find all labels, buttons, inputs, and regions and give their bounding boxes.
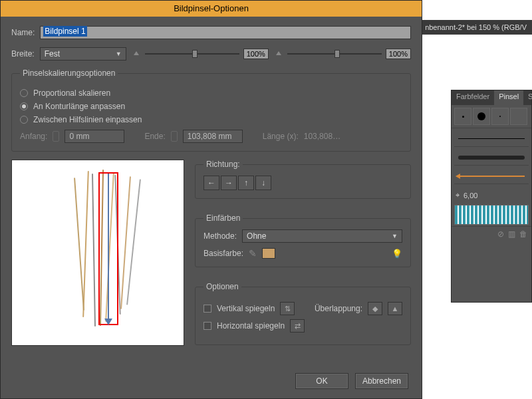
flip-v-checkbox[interactable] <box>203 305 211 313</box>
brush-preset[interactable] <box>491 108 509 125</box>
name-label: Name: <box>11 28 35 37</box>
width-slider-a[interactable] <box>145 53 239 55</box>
keycolor-swatch[interactable] <box>262 248 275 259</box>
brush-stroke-item[interactable] <box>454 131 529 147</box>
brush-preset[interactable] <box>454 108 471 125</box>
tool-icon: ⌖ <box>456 191 460 200</box>
brush-stroke-item[interactable] <box>454 168 529 184</box>
end-label: Ende: <box>144 132 165 141</box>
scaling-legend: Pinselskalierungsoptionen <box>20 68 118 78</box>
width-pct-a[interactable]: 100% <box>243 49 269 59</box>
trash-icon[interactable]: 🗑 <box>519 229 527 239</box>
overlap-label: Überlappung: <box>315 304 362 313</box>
start-label: Anfang: <box>20 132 47 141</box>
remove-icon[interactable]: ⊘ <box>497 229 504 239</box>
method-dropdown[interactable]: Ohne▼ <box>242 229 402 243</box>
radio-proportional[interactable]: Proportional skalieren <box>20 88 402 98</box>
flip-icon <box>274 49 283 59</box>
brush-size-value: 6,00 <box>464 192 477 200</box>
art-brush-options-dialog: Bildpinsel-Optionen Name: Bildpinsel 1 B… <box>0 0 422 399</box>
radio-guides[interactable]: Zwischen Hilfslinien einpassen <box>20 115 402 124</box>
width-pct-b[interactable]: 100% <box>386 49 411 59</box>
options-legend: Optionen <box>203 282 241 291</box>
brush-pattern-item[interactable] <box>454 205 529 225</box>
dialog-title: Bildpinsel-Optionen <box>1 1 422 17</box>
panel-tab-sy[interactable]: Sy <box>523 90 532 105</box>
link-icon <box>171 131 178 142</box>
dir-up-button[interactable]: ↑ <box>238 176 254 190</box>
dir-down-button[interactable]: ↓ <box>255 176 271 190</box>
direction-group: Richtung: ← → ↑ ↓ <box>195 160 411 199</box>
arrow-down-icon <box>104 319 112 325</box>
brush-preset[interactable] <box>510 108 527 125</box>
brush-preset[interactable] <box>473 108 490 125</box>
brush-preview <box>11 160 184 346</box>
flip-h-icon: ⇄ <box>290 319 305 332</box>
brush-stroke-item[interactable] <box>454 150 529 166</box>
length-value: 103,808… <box>304 132 340 141</box>
radio-contour[interactable]: An Konturlänge anpassen <box>20 102 402 111</box>
brushes-panel: Farbfelder Pinsel Sy ⌖ 6,00 ⊘ ▥ 🗑 <box>451 90 532 303</box>
method-label: Methode: <box>203 231 237 241</box>
keycolor-label: Basisfarbe: <box>203 249 243 258</box>
colorize-legend: Einfärben <box>203 213 243 223</box>
ok-button[interactable]: OK <box>295 373 348 389</box>
panel-tab-brushes[interactable]: Pinsel <box>494 90 523 105</box>
flip-icon <box>132 49 141 59</box>
direction-legend: Richtung: <box>203 160 243 169</box>
brush-size-row: ⌖ 6,00 <box>452 187 531 203</box>
dir-right-button[interactable]: → <box>221 176 237 190</box>
width-label: Breite: <box>11 49 35 59</box>
options-group: Optionen Vertikal spiegeln ⇅ Überlappung… <box>195 282 411 345</box>
flip-h-checkbox[interactable] <box>203 322 211 330</box>
length-label: Länge (x): <box>263 132 299 141</box>
panel-tab-swatches[interactable]: Farbfelder <box>452 90 494 105</box>
flip-h-label: Horizontal spiegeln <box>217 321 285 331</box>
width-mode-dropdown[interactable]: Fest▼ <box>40 47 126 61</box>
doc-tab[interactable]: nbenannt-2* bei 150 % (RGB/V <box>420 20 532 35</box>
flip-v-label: Vertikal spiegeln <box>217 304 275 313</box>
name-input[interactable]: Bildpinsel 1 <box>40 26 411 39</box>
tips-icon[interactable]: 💡 <box>392 249 402 259</box>
link-icon <box>53 131 59 142</box>
start-field: 0 mm <box>65 130 124 143</box>
cancel-button[interactable]: Abbrechen <box>355 373 408 389</box>
overlap-btn-b[interactable]: ▲ <box>388 302 402 315</box>
scaling-options-group: Pinselskalierungsoptionen Proportional s… <box>11 68 411 152</box>
end-field: 103,808 mm <box>183 130 243 143</box>
dir-left-button[interactable]: ← <box>203 176 219 190</box>
direction-arrow <box>108 174 109 323</box>
new-icon[interactable]: ▥ <box>508 229 515 239</box>
overlap-btn-a[interactable]: ◆ <box>368 302 382 315</box>
flip-v-icon: ⇅ <box>280 302 295 315</box>
eyedropper-icon[interactable]: ✎ <box>249 248 257 259</box>
colorize-group: Einfärben Methode: Ohne▼ Basisfarbe: ✎ 💡 <box>195 213 411 267</box>
width-slider-b[interactable] <box>287 53 382 55</box>
